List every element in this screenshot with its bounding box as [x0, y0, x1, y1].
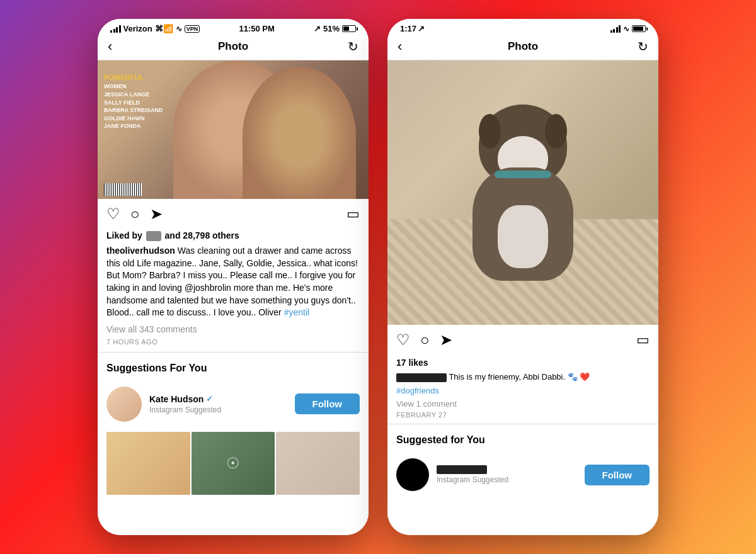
status-left: Verizon ⌘📶 ∿ VPN — [110, 24, 200, 33]
view-comments-left[interactable]: View all 343 comments — [98, 323, 369, 336]
suggestion-avatar-right — [396, 458, 429, 491]
nav-bar-left: ‹ Photo ↻ — [98, 36, 369, 60]
liker-avatar — [146, 231, 161, 241]
suggestion-item-left: Kate Hudson ✓ Instagram Suggested Follow — [98, 382, 369, 427]
thumbnail-3 — [276, 432, 360, 495]
refresh-button-right[interactable]: ↻ — [626, 39, 648, 54]
thumbnail-2: ☉ — [192, 432, 275, 495]
suggestion-info-left: Kate Hudson ✓ Instagram Suggested — [149, 394, 287, 414]
verified-badge: ✓ — [206, 394, 213, 404]
share-button[interactable]: ➤ — [150, 205, 163, 223]
actions-row-right: ♡ ○ ➤ ▭ — [387, 325, 658, 355]
location-icon-right: ↗ — [418, 24, 425, 33]
suggestion-sub-left: Instagram Suggested — [149, 405, 287, 414]
dog-ear-left — [479, 114, 501, 149]
nav-title-right: Photo — [508, 40, 538, 53]
thumbnail-1 — [106, 432, 190, 495]
barcode — [104, 183, 142, 196]
phone-right: 1:17 ↗ ∿ ‹ Photo ↻ — [387, 19, 658, 535]
suggestion-name-right — [437, 465, 577, 474]
vpn-badge: VPN — [185, 25, 200, 33]
comment-button-right[interactable]: ○ — [420, 331, 430, 349]
time-display: 11:50 PM — [239, 24, 274, 33]
bookmark-button-right[interactable]: ▭ — [636, 332, 650, 348]
magazine-cover: POWERFUL WOMEN JESSICA LANGE SALLY FIELD… — [98, 60, 369, 199]
magazine-text: POWERFUL WOMEN JESSICA LANGE SALLY FIELD… — [104, 73, 163, 130]
dog-body — [460, 105, 586, 281]
back-button[interactable]: ‹ — [108, 38, 130, 55]
share-button-right[interactable]: ➤ — [440, 331, 452, 349]
wifi-symbol: ∿ — [176, 25, 182, 33]
battery-percent: 51% — [323, 24, 340, 33]
carrier-label: Verizon — [123, 24, 152, 33]
suggestion-sub-right: Instagram Suggested — [437, 475, 577, 484]
suggestions-header-left: Suggestions For You — [98, 360, 369, 382]
status-bar-left: Verizon ⌘📶 ∿ VPN 11:50 PM ↗ 51% — [98, 19, 369, 36]
actions-left-right: ♡ ○ ➤ — [396, 331, 452, 349]
location-icon: ↗ — [314, 24, 321, 33]
caption-username[interactable]: theoliverhudson — [106, 246, 175, 256]
dog-photo — [387, 60, 658, 325]
caption-body: Was cleaning out a drawer and came acros… — [106, 246, 358, 317]
dog-ear-right — [545, 114, 567, 149]
content-right: ♡ ○ ➤ ▭ 17 likes This is my frienemy, Ab… — [387, 60, 658, 535]
suggestion-name-left: Kate Hudson ✓ — [149, 394, 287, 404]
bookmark-button[interactable]: ▭ — [346, 206, 360, 222]
post-image-right — [387, 60, 658, 325]
follow-button-right[interactable]: Follow — [585, 465, 650, 485]
caption-body-right: This is my frienemy, Abbi Dabbi. 🐾 ❤️ — [449, 372, 590, 382]
wifi-icon-right: ∿ — [623, 25, 629, 33]
timestamp-left: 7 hours ago — [98, 336, 369, 352]
caption-left: theoliverhudson Was cleaning out a drawe… — [98, 244, 369, 323]
wifi-icon: ⌘📶 — [155, 24, 173, 33]
caption-username-right — [396, 373, 447, 382]
thumbnail-grid-left: ☉ — [98, 427, 369, 500]
content-left: POWERFUL WOMEN JESSICA LANGE SALLY FIELD… — [98, 60, 369, 535]
status-right-right: ∿ — [610, 25, 646, 33]
magazine-bg: POWERFUL WOMEN JESSICA LANGE SALLY FIELD… — [98, 60, 369, 199]
actions-row-left: ♡ ○ ➤ ▭ — [98, 199, 369, 229]
likes-others-text: and 28,798 others — [165, 230, 239, 240]
time-display-right: 1:17 — [400, 24, 416, 33]
divider-right — [387, 424, 658, 424]
suggestion-item-right: Instagram Suggested Follow — [387, 453, 658, 496]
like-button[interactable]: ♡ — [106, 205, 120, 223]
refresh-button[interactable]: ↻ — [336, 39, 358, 54]
likes-right: 17 likes — [387, 355, 658, 370]
hashtag-right[interactable]: #dogfriends — [387, 385, 658, 398]
divider-left — [98, 352, 369, 353]
dog-body-main — [472, 167, 573, 281]
suggestion-username[interactable]: Kate Hudson — [149, 394, 203, 404]
face-2 — [243, 67, 356, 199]
nav-title: Photo — [218, 40, 248, 53]
status-right: ↗ 51% — [314, 24, 356, 33]
follow-button-left[interactable]: Follow — [295, 393, 360, 414]
suggestion-avatar-left — [106, 387, 142, 422]
battery-icon — [342, 25, 356, 32]
signal-icon-right — [610, 25, 621, 33]
comment-button[interactable]: ○ — [130, 205, 140, 223]
actions-left: ♡ ○ ➤ — [106, 205, 163, 223]
suggestions-header-right: Suggested for You — [387, 432, 658, 453]
camera-overlay-icon: ☉ — [226, 455, 240, 472]
battery-right — [632, 25, 646, 32]
nav-bar-right: ‹ Photo ↻ — [387, 36, 658, 60]
signal-icon — [110, 25, 121, 33]
timestamp-right: February 27 — [387, 410, 658, 424]
view-comments-right[interactable]: View 1 comment — [387, 398, 658, 410]
hashtag-left[interactable]: #yentil — [284, 307, 309, 317]
likes-row-left: Liked by and 28,798 others — [98, 229, 369, 244]
post-image-left: POWERFUL WOMEN JESSICA LANGE SALLY FIELD… — [98, 60, 369, 199]
phone-left: Verizon ⌘📶 ∿ VPN 11:50 PM ↗ 51% ‹ Photo … — [98, 19, 369, 535]
back-button-right[interactable]: ‹ — [398, 38, 420, 55]
caption-right: This is my frienemy, Abbi Dabbi. 🐾 ❤️ — [387, 370, 658, 385]
suggestion-username-right — [437, 465, 487, 474]
status-bar-right: 1:17 ↗ ∿ — [387, 19, 658, 36]
dog-collar — [495, 171, 551, 178]
like-button-right[interactable]: ♡ — [396, 331, 410, 349]
avatar-img — [106, 387, 142, 422]
dog-white-patch — [498, 205, 548, 268]
liked-by-text: Liked by — [106, 230, 142, 240]
suggestion-info-right: Instagram Suggested — [437, 465, 577, 484]
